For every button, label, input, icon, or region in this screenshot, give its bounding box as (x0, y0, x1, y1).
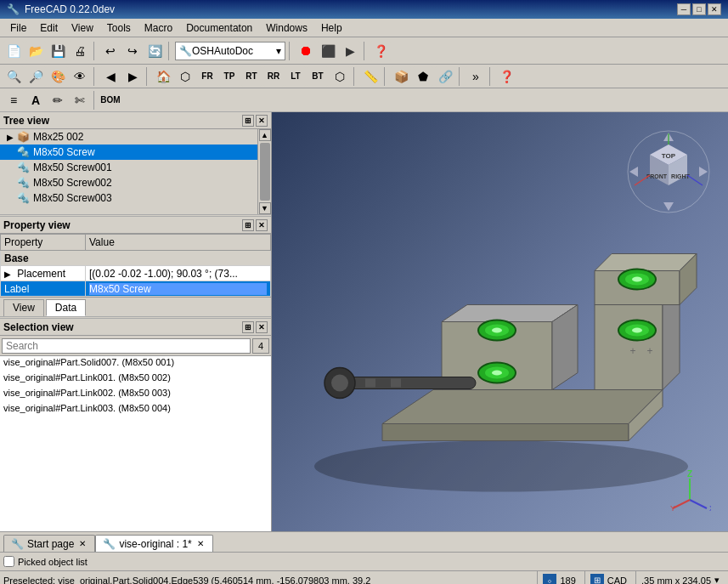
selection-item-1[interactable]: vise_original#Part.Link001. (M8x50 002) (0, 371, 271, 387)
view-right-button[interactable]: RT (241, 66, 262, 87)
view-rear-button[interactable]: RR (263, 66, 284, 87)
sel-close-button[interactable]: ✕ (256, 321, 268, 333)
minimize-button[interactable]: ─ (677, 3, 691, 15)
forward-button[interactable]: ▶ (122, 66, 143, 87)
maximize-button[interactable]: □ (692, 3, 706, 15)
more-tools-btn[interactable]: » (466, 66, 486, 87)
view-iso2-button[interactable]: ⬡ (330, 66, 350, 87)
tab-vise-original[interactable]: 🔧 vise-original : 1* ✕ (95, 535, 212, 552)
tab-data[interactable]: Data (46, 299, 86, 316)
text-btn[interactable]: A (25, 90, 46, 111)
prop-val-placement[interactable] (86, 266, 271, 281)
prop-dock-button[interactable]: ⊞ (242, 219, 254, 231)
picked-label: Picked object list (18, 557, 87, 567)
layers-btn[interactable]: ≡ (3, 90, 24, 111)
macro-play-button[interactable]: ▶ (340, 41, 360, 61)
print-button[interactable]: 🖨 (70, 41, 90, 61)
selection-item-2[interactable]: vise_original#Part.Link002. (M8x50 003) (0, 387, 271, 402)
prop-key-label: Label (1, 281, 86, 297)
workbench-icon-btn[interactable]: 📦 (391, 66, 411, 87)
selection-item-0[interactable]: vise_original#Part.Solid007. (M8x50 001) (0, 356, 271, 371)
record-button[interactable]: ⏺ (296, 41, 316, 61)
prop-close-button[interactable]: ✕ (256, 219, 268, 231)
menu-edit[interactable]: Edit (33, 19, 65, 37)
menu-macro[interactable]: Macro (138, 19, 179, 37)
tree-scroll-thumb[interactable] (260, 143, 270, 201)
tree-scrollbar[interactable]: ▲ ▼ (257, 129, 271, 214)
zoom-fit-button[interactable]: 🔍 (3, 66, 24, 87)
stop-button[interactable]: ⬛ (318, 41, 338, 61)
home-button[interactable]: 🏠 (153, 66, 173, 87)
tree-icon-1: 🔩 (17, 146, 30, 158)
view-front-button[interactable]: FR (197, 66, 217, 87)
menu-windows[interactable]: Windows (259, 19, 314, 37)
tree-item-3[interactable]: 🔩 M8x50 Screw002 (0, 175, 257, 190)
tree-item-1[interactable]: 🔩 M8x50 Screw (0, 145, 257, 160)
sep3 (289, 42, 292, 60)
prop-val-label[interactable] (86, 281, 271, 297)
placement-value-input[interactable] (89, 268, 267, 280)
undo-button[interactable]: ↩ (100, 41, 121, 61)
view-top-button[interactable]: TP (219, 66, 240, 87)
menu-tools[interactable]: Tools (100, 19, 138, 37)
back-button[interactable]: ◀ (100, 66, 121, 87)
placement-expand[interactable]: ▶ (4, 269, 11, 279)
draw-style-button[interactable]: 🎨 (48, 66, 68, 87)
sketch-btn[interactable]: ✏ (48, 90, 68, 111)
status-cad-label: CAD (607, 575, 627, 585)
tab-close-vise[interactable]: ✕ (195, 538, 206, 549)
viewport-3d[interactable]: TOP FRONT RIGHT (272, 112, 728, 531)
link-btn[interactable]: 🔗 (435, 66, 455, 87)
tree-close-button[interactable]: ✕ (256, 115, 268, 127)
bom-btn[interactable]: BOM (100, 90, 121, 111)
tree-item-2[interactable]: 🔩 M8x50 Screw001 (0, 160, 257, 175)
view-iso1-button[interactable]: ⬡ (175, 66, 195, 87)
view-left-button[interactable]: LT (285, 66, 306, 87)
selection-list: vise_original#Part.Solid007. (M8x50 001)… (0, 356, 271, 531)
save-button[interactable]: 💾 (48, 41, 68, 61)
label-value-input[interactable] (89, 283, 267, 295)
redo-button[interactable]: ↪ (122, 41, 143, 61)
tree-icon-3: 🔩 (17, 177, 30, 189)
menu-help[interactable]: Help (314, 19, 349, 37)
menu-file[interactable]: File (3, 19, 33, 37)
svg-marker-15 (382, 390, 663, 424)
selection-item-3[interactable]: vise_original#Part.Link003. (M8x50 004) (0, 402, 271, 417)
measure-button[interactable]: 📏 (360, 66, 381, 87)
tab-start-page[interactable]: 🔧 Start page ✕ (3, 535, 95, 552)
status-preselected: Preselected: vise_original.Part.Solid004… (3, 575, 533, 585)
open-button[interactable]: 📂 (25, 41, 46, 61)
zoom-sel-button[interactable]: 🔎 (25, 66, 46, 87)
help-button[interactable]: ❓ (370, 41, 391, 61)
tree-dock-button[interactable]: ⊞ (242, 115, 254, 127)
tree-item-4[interactable]: 🔩 M8x50 Screw003 (0, 190, 257, 206)
tree-item-0[interactable]: ▶ 📦 M8x25 002 (0, 129, 257, 145)
section-btn[interactable]: ✄ (70, 90, 90, 111)
menu-view[interactable]: View (65, 19, 100, 37)
part-btn[interactable]: ⬟ (413, 66, 433, 87)
tree-expand-0[interactable]: ▶ (7, 133, 14, 142)
selection-view-section: Selection view ⊞ ✕ 4 vise_original#Part.… (0, 319, 271, 531)
refresh-button[interactable]: 🔄 (144, 41, 165, 61)
tree-scroll-down[interactable]: ▼ (259, 202, 271, 214)
col-property: Property (1, 235, 86, 251)
tab-view[interactable]: View (3, 299, 44, 316)
stereo-button[interactable]: 👁 (70, 66, 90, 87)
status-dropdown-arrow[interactable]: ▾ (714, 575, 720, 584)
tab-close-start[interactable]: ✕ (77, 538, 87, 549)
sel-dock-button[interactable]: ⊞ (242, 321, 254, 333)
close-button[interactable]: ✕ (708, 3, 721, 15)
workbench-dropdown[interactable]: 🔧 OSHAutoDoc ▾ (175, 42, 285, 60)
view-bottom-button[interactable]: BT (308, 66, 328, 87)
sep5 (93, 67, 97, 86)
app-icon: 🔧 (7, 3, 20, 15)
picked-checkbox[interactable] (3, 556, 14, 567)
question-btn[interactable]: ❓ (496, 66, 516, 87)
tree-label-2: M8x50 Screw001 (33, 162, 112, 173)
prop-row-label[interactable]: Label (1, 281, 271, 297)
search-input[interactable] (2, 338, 251, 354)
menu-documentation[interactable]: Documentaton (179, 19, 259, 37)
tree-scroll-up[interactable]: ▲ (259, 129, 271, 141)
new-button[interactable]: 📄 (3, 41, 24, 61)
prop-row-placement[interactable]: ▶ Placement (1, 266, 271, 281)
